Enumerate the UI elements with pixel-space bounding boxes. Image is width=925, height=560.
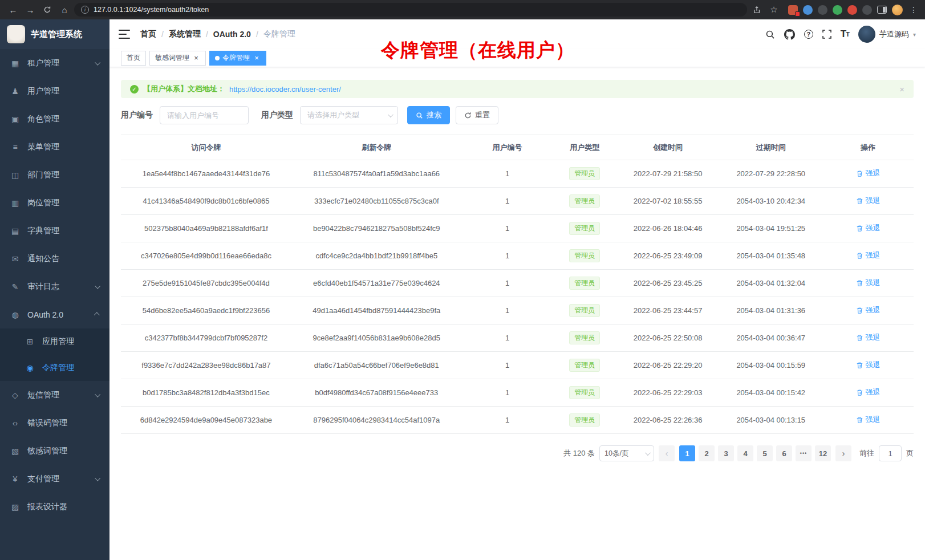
force-logout-button[interactable]: 强退	[856, 196, 881, 206]
user-id-cell: 1	[462, 215, 553, 242]
next-page-button[interactable]: ›	[835, 445, 851, 461]
github-icon[interactable]	[784, 29, 795, 40]
refresh-token-cell: b0df4980ffd34c67a08f9156e4eee733	[291, 379, 462, 407]
force-logout-button[interactable]: 强退	[856, 415, 881, 425]
sidebar-item-notice[interactable]: ✉通知公告	[0, 245, 109, 273]
force-logout-button[interactable]: 强退	[856, 387, 881, 397]
force-logout-button[interactable]: 强退	[856, 305, 881, 315]
sidebar-logo-row[interactable]: 芋道管理系统	[0, 19, 109, 49]
sidebar-item-audit-log[interactable]: ✎审计日志	[0, 273, 109, 301]
pagination-page-3[interactable]: 3	[718, 445, 734, 461]
trash-icon	[856, 197, 863, 205]
sidebar-item-app-manage[interactable]: ⊞应用管理	[0, 328, 109, 355]
breadcrumb-item[interactable]: 首页	[140, 29, 156, 39]
user-type-badge: 管理员	[569, 304, 600, 317]
role-icon: ▣	[10, 115, 20, 124]
sidebar-item-sensitive-word[interactable]: ▧敏感词管理	[0, 437, 109, 465]
user-name: 芋道源码	[879, 29, 909, 39]
menu-icon: ≡	[10, 143, 20, 152]
user-menu[interactable]: 芋道源码 ▾	[858, 26, 916, 43]
sidebar-item-error-code[interactable]: ‹›错误码管理	[0, 409, 109, 437]
sidebar-item-oauth2[interactable]: ◍OAuth 2.0	[0, 301, 109, 328]
goto-page-input[interactable]	[879, 445, 902, 461]
tenant-icon: ▦	[10, 59, 20, 68]
alert-close-icon[interactable]: ×	[899, 84, 904, 94]
tabs-bar: 首页敏感词管理×令牌管理×	[109, 49, 925, 67]
pagination-page-4[interactable]: 4	[737, 445, 753, 461]
sidebar-item-token-manage[interactable]: ◉令牌管理	[0, 355, 109, 381]
trash-icon	[856, 362, 863, 369]
home-icon[interactable]: ⌂	[57, 2, 72, 17]
hamburger-icon[interactable]	[119, 30, 130, 39]
help-icon[interactable]: ?	[804, 30, 813, 39]
sidebar-item-tenant[interactable]: ▦租户管理	[0, 49, 109, 77]
pagination-page-1[interactable]: 1	[679, 445, 695, 461]
browser-menu-icon[interactable]: ⋮	[908, 5, 919, 14]
sidebar-item-report-designer[interactable]: ▨报表设计器	[0, 493, 109, 521]
browser-profile-avatar[interactable]	[892, 5, 903, 15]
pagination-page-5[interactable]: 5	[757, 445, 773, 461]
sidebar-item-menu[interactable]: ≡菜单管理	[0, 133, 109, 161]
back-icon[interactable]: ←	[6, 2, 21, 17]
sidebar-item-user[interactable]: ♟用户管理	[0, 77, 109, 105]
user-id-cell: 1	[462, 407, 553, 434]
user-id-input[interactable]	[160, 106, 249, 124]
force-logout-button[interactable]: 强退	[856, 223, 881, 233]
pagination-page-2[interactable]: 2	[699, 445, 715, 461]
search-button[interactable]: 搜索	[407, 106, 450, 124]
action-cell: 强退	[822, 188, 914, 215]
tab-home[interactable]: 首页	[121, 51, 146, 66]
extension-icon-3[interactable]	[818, 5, 827, 15]
page-size-select[interactable]: 10条/页	[599, 445, 654, 461]
sidebar-item-pay[interactable]: ¥支付管理	[0, 465, 109, 493]
reload-icon[interactable]	[40, 2, 55, 17]
force-logout-button[interactable]: 强退	[856, 278, 881, 288]
user-type-cell: 管理员	[553, 407, 616, 434]
force-logout-label: 强退	[866, 305, 881, 315]
action-cell: 强退	[822, 324, 914, 352]
forward-icon[interactable]: →	[23, 2, 38, 17]
sidebar-item-post[interactable]: ▥岗位管理	[0, 189, 109, 217]
close-tab-icon[interactable]: ×	[253, 54, 261, 62]
share-icon[interactable]	[749, 2, 764, 17]
close-tab-icon[interactable]: ×	[192, 54, 200, 62]
force-logout-button[interactable]: 强退	[856, 360, 881, 370]
user-type-select[interactable]: 请选择用户类型	[300, 106, 398, 124]
sidebar-item-sms[interactable]: ◇短信管理	[0, 381, 109, 409]
force-logout-button[interactable]: 强退	[856, 168, 881, 178]
tab-sensitive-word[interactable]: 敏感词管理×	[149, 51, 206, 66]
search-icon[interactable]	[765, 30, 775, 39]
sidebar-item-dict[interactable]: ▤字典管理	[0, 217, 109, 245]
bookmark-star-icon[interactable]: ☆	[766, 2, 781, 17]
breadcrumb-item[interactable]: OAuth 2.0	[213, 30, 251, 39]
extension-icon-6[interactable]	[862, 5, 872, 15]
active-tab-dot	[215, 56, 220, 60]
tab-token-manage[interactable]: 令牌管理×	[209, 51, 266, 66]
force-logout-button[interactable]: 强退	[856, 332, 881, 343]
extension-icon-1[interactable]	[788, 5, 798, 15]
font-size-icon[interactable]: TT	[841, 29, 849, 40]
sidebar-item-role[interactable]: ▣角色管理	[0, 105, 109, 133]
doc-link[interactable]: https://doc.iocoder.cn/user-center/	[229, 85, 341, 94]
user-type-cell: 管理员	[553, 352, 616, 379]
address-bar[interactable]: i 127.0.0.1:1024/system/oauth2/token	[74, 3, 747, 17]
site-info-icon[interactable]: i	[81, 6, 89, 14]
pagination-page-12[interactable]: 12	[815, 445, 831, 461]
extension-icon-2[interactable]	[803, 5, 813, 15]
pagination-page-6[interactable]: 6	[776, 445, 792, 461]
force-logout-button[interactable]: 强退	[856, 250, 881, 261]
pagination-more-icon[interactable]: •••	[796, 445, 812, 461]
sidebar-item-dept[interactable]: ◫部门管理	[0, 161, 109, 189]
side-panel-icon[interactable]	[877, 6, 887, 14]
reset-button[interactable]: 重置	[456, 106, 498, 124]
trash-icon	[856, 279, 863, 287]
prev-page-button[interactable]: ‹	[659, 445, 675, 461]
doc-alert: ✓ 【用户体系】文档地址： https://doc.iocoder.cn/use…	[121, 80, 914, 98]
action-cell: 强退	[822, 242, 914, 270]
extension-icon-4[interactable]	[833, 5, 842, 15]
created-time-cell: 2022-06-25 22:26:36	[616, 407, 720, 434]
notice-icon: ✉	[10, 254, 20, 263]
fullscreen-icon[interactable]	[822, 30, 831, 39]
extension-icon-5[interactable]	[847, 5, 857, 15]
breadcrumb-item[interactable]: 系统管理	[169, 29, 201, 39]
